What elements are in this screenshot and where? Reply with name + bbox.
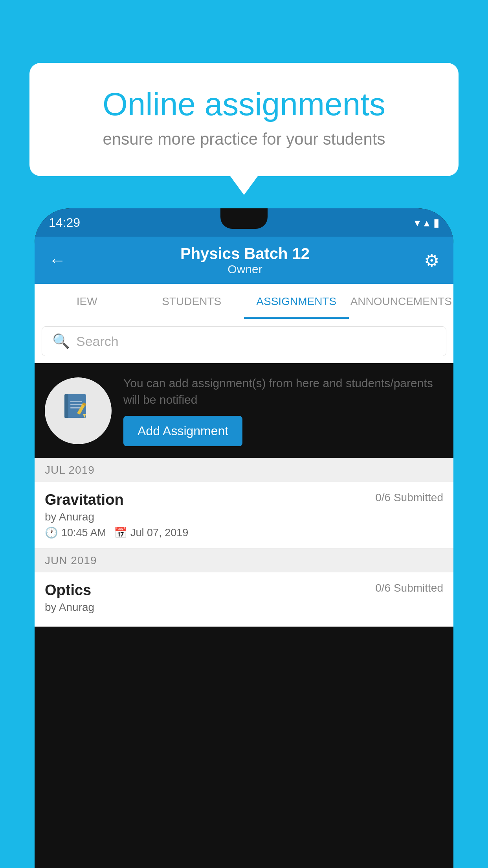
svg-rect-1 xyxy=(64,394,68,418)
meta-date: 📅 Jul 07, 2019 xyxy=(114,526,188,539)
status-icons: ▾ ▴ ▮ xyxy=(415,216,439,229)
phone-frame: 14:29 ▾ ▴ ▮ ← Physics Batch 12 Owner ⚙ I… xyxy=(35,208,453,868)
phone-inner: 14:29 ▾ ▴ ▮ ← Physics Batch 12 Owner ⚙ I… xyxy=(35,208,453,868)
month-header-jul: JUL 2019 xyxy=(35,458,453,482)
settings-icon[interactable]: ⚙ xyxy=(424,250,439,270)
search-placeholder: Search xyxy=(76,334,119,349)
speech-bubble-container: Online assignments ensure more practice … xyxy=(29,63,459,176)
search-bar-container: 🔍 Search xyxy=(35,319,453,363)
assignment-submitted: 0/6 Submitted xyxy=(375,491,443,504)
tab-iew[interactable]: IEW xyxy=(35,284,139,319)
promo-content: You can add assignment(s) from here and … xyxy=(123,375,443,446)
signal-icon: ▴ xyxy=(424,216,429,229)
assignment-author-optics: by Anurag xyxy=(45,601,443,614)
bubble-title: Online assignments xyxy=(57,86,431,122)
header-center: Physics Batch 12 Owner xyxy=(66,245,424,276)
notebook-icon xyxy=(62,391,94,430)
svg-rect-3 xyxy=(70,404,82,405)
assignment-row1: Gravitation 0/6 Submitted xyxy=(45,491,443,508)
assignment-item-optics[interactable]: Optics 0/6 Submitted by Anurag xyxy=(35,572,453,627)
back-button[interactable]: ← xyxy=(49,250,66,270)
status-bar: 14:29 ▾ ▴ ▮ xyxy=(35,208,453,237)
notch xyxy=(220,208,268,229)
bubble-subtitle: ensure more practice for your students xyxy=(57,130,431,149)
search-bar[interactable]: 🔍 Search xyxy=(42,326,446,356)
search-icon: 🔍 xyxy=(52,333,70,349)
wifi-icon: ▾ xyxy=(415,216,420,229)
promo-text: You can add assignment(s) from here and … xyxy=(123,375,443,408)
month-header-jun: JUN 2019 xyxy=(35,549,453,572)
status-time: 14:29 xyxy=(49,215,80,230)
assignment-date: Jul 07, 2019 xyxy=(130,527,188,539)
header-title: Physics Batch 12 xyxy=(66,245,424,263)
tab-announcements[interactable]: ANNOUNCEMENTS xyxy=(349,284,454,319)
header-subtitle: Owner xyxy=(66,263,424,276)
calendar-icon: 📅 xyxy=(114,526,127,539)
clock-icon: 🕐 xyxy=(45,526,58,539)
assignment-meta: 🕐 10:45 AM 📅 Jul 07, 2019 xyxy=(45,526,443,539)
tab-assignments[interactable]: ASSIGNMENTS xyxy=(244,284,349,319)
speech-bubble: Online assignments ensure more practice … xyxy=(29,63,459,176)
meta-time: 🕐 10:45 AM xyxy=(45,526,106,539)
assignment-row1-optics: Optics 0/6 Submitted xyxy=(45,582,443,599)
assignment-item-gravitation[interactable]: Gravitation 0/6 Submitted by Anurag 🕐 10… xyxy=(35,482,453,549)
add-assignment-button[interactable]: Add Assignment xyxy=(123,416,242,446)
assignment-time: 10:45 AM xyxy=(61,527,106,539)
promo-section: You can add assignment(s) from here and … xyxy=(35,363,453,458)
battery-icon: ▮ xyxy=(433,216,439,229)
svg-rect-2 xyxy=(70,401,82,402)
app-header: ← Physics Batch 12 Owner ⚙ xyxy=(35,237,453,284)
assignment-name-optics: Optics xyxy=(45,582,91,599)
tabs-bar: IEW STUDENTS ASSIGNMENTS ANNOUNCEMENTS xyxy=(35,284,453,319)
promo-icon-circle xyxy=(45,377,112,444)
tab-students[interactable]: STUDENTS xyxy=(139,284,244,319)
assignment-author: by Anurag xyxy=(45,511,443,523)
assignment-name: Gravitation xyxy=(45,491,124,508)
assignment-submitted-optics: 0/6 Submitted xyxy=(375,582,443,594)
